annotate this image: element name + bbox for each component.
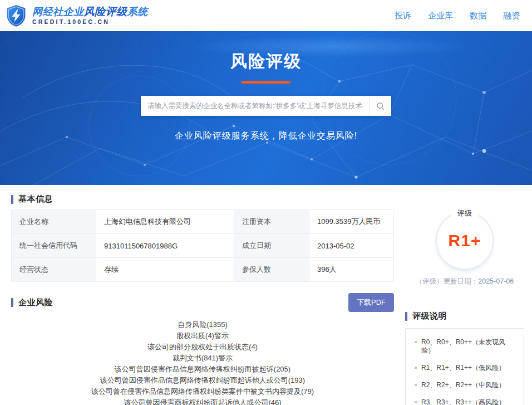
risk-list-item[interactable]: 该公司的部分股权处于出质状态(4) — [11, 341, 394, 353]
download-pdf-button[interactable]: 下载PDF — [348, 293, 394, 312]
rating-update-date: （评级）更新日期：2025-07-06 — [405, 277, 524, 286]
page-title: 风险评级 — [0, 31, 532, 73]
search-input[interactable] — [141, 96, 369, 116]
row-label-2: 成立日期 — [234, 234, 309, 257]
table-row: 统一社会信用代码 91310115067801988G 成立日期 2013-05… — [12, 234, 393, 258]
risk-list-item[interactable]: 该公司曾因侵害作品信息网络传播权纠纷而被起诉(205) — [11, 364, 394, 375]
logo-subtitle: CREDIT.100EC.CN — [32, 19, 148, 26]
enterprise-risk-section-head: 企业风险 下载PDF — [11, 293, 394, 312]
side-column: 评级 R1+ （评级）更新日期：2025-07-06 评级说明 R0、R0+、R… — [394, 194, 532, 405]
risk-list-item[interactable]: 该公司曾因侵害作品信息网络传播权纠纷而起诉他人或公司(193) — [11, 375, 394, 386]
basic-info-table: 企业名称 上海幻电信息科技有限公司 注册资本 1099.3539万人民币 统一社… — [11, 209, 394, 282]
legend-item-text: R1、R1+、R1++（低风险） — [421, 364, 505, 372]
risk-list: 自身风险(1355)股权出质(4)警示该公司的部分股权处于出质状态(4)裁判文书… — [11, 319, 394, 405]
logo-title: 网经社企业风险评级系统 — [32, 6, 148, 18]
logo-title-part2: 风险评级 — [84, 6, 127, 17]
hero-content: 风险评级 企业风险评级服务系统，降低企业交易风险! — [0, 31, 532, 142]
rating-legend-box: R0、R0+、R0++（未发现风险） R1、R1+、R1++（低风险） R2、R… — [405, 328, 524, 405]
risk-list-item[interactable]: 该公司曾在侵害作品信息网络传播权纠纷类案件中被文书内容提及(79) — [11, 386, 394, 397]
enterprise-risk-title: 企业风险 — [18, 297, 53, 308]
section-bar-icon — [11, 298, 13, 307]
row-label-1: 企业名称 — [12, 210, 96, 233]
section-bar-icon — [11, 195, 13, 204]
rating-legend-title: 评级说明 — [412, 311, 447, 321]
row-value-1: 91310115067801988G — [96, 234, 234, 257]
nav-link[interactable]: 融资 — [503, 11, 520, 21]
bullet-icon — [415, 341, 417, 343]
row-value-1: 上海幻电信息科技有限公司 — [96, 210, 234, 233]
legend-item: R3、R3+、R3++（高风险） — [413, 398, 517, 405]
hero-banner: 风险评级 企业风险评级服务系统，降低企业交易风险! — [0, 31, 532, 185]
risk-list-item[interactable]: 股权出质(4)警示 — [11, 330, 394, 341]
row-label-1: 统一社会信用代码 — [12, 234, 96, 257]
rating-value: R1+ — [449, 231, 481, 250]
site-logo[interactable]: 网经社企业风险评级系统 CREDIT.100EC.CN — [4, 3, 148, 28]
search-button[interactable] — [369, 96, 391, 116]
legend-item-text: R0、R0+、R0++（未发现风险） — [421, 338, 517, 355]
main-column: 基本信息 企业名称 上海幻电信息科技有限公司 注册资本 1099.3539万人民… — [11, 194, 394, 405]
title-underline — [242, 81, 290, 84]
row-value-2: 396人 — [309, 258, 393, 281]
table-row: 经营状态 存续 参保人数 396人 — [12, 258, 393, 282]
legend-item: R2、R2+、R2++（中风险） — [413, 381, 517, 389]
rating-circle: R1+ — [435, 211, 494, 270]
legend-item-text: R2、R2+、R2++（中风险） — [421, 381, 505, 389]
rating-date-value: 2025-07-06 — [478, 277, 514, 285]
row-value-2: 2013-05-02 — [309, 234, 393, 257]
row-label-2: 参保人数 — [234, 258, 309, 281]
bullet-icon — [415, 401, 417, 403]
hero-tagline: 企业风险评级服务系统，降低企业交易风险! — [0, 130, 532, 142]
row-label-2: 注册资本 — [234, 210, 309, 233]
rating-legend-section-head: 评级说明 — [405, 311, 524, 321]
bullet-icon — [415, 367, 417, 369]
rating-date-prefix: （评级）更新日期： — [416, 277, 479, 285]
legend-item: R1、R1+、R1++（低风险） — [413, 364, 517, 372]
legend-item-text: R3、R3+、R3++（高风险） — [421, 398, 505, 405]
row-label-1: 经营状态 — [12, 258, 96, 281]
nav-link[interactable]: 企业库 — [428, 11, 453, 21]
logo-title-part3: 系统 — [127, 6, 148, 17]
nav-link[interactable]: 投诉 — [395, 11, 411, 21]
nav-link[interactable]: 数据 — [470, 11, 486, 21]
enterprise-risk-head-left: 企业风险 — [11, 297, 53, 308]
legend-item: R0、R0+、R0++（未发现风险） — [413, 338, 517, 355]
logo-text: 网经社企业风险评级系统 CREDIT.100EC.CN — [32, 6, 148, 25]
risk-list-item[interactable]: 该公司曾因侵害商标权纠纷而起诉他人或公司(46) — [11, 397, 394, 405]
rating-label: 评级 — [451, 208, 479, 218]
basic-info-title: 基本信息 — [18, 194, 53, 204]
risk-list-item[interactable]: 裁判文书(841)警示 — [11, 353, 394, 364]
row-value-1: 存续 — [96, 258, 234, 281]
table-row: 企业名称 上海幻电信息科技有限公司 注册资本 1099.3539万人民币 — [12, 210, 393, 234]
top-navigation: 投诉企业库数据融资 — [395, 11, 520, 21]
search-bar — [141, 96, 391, 116]
rating-widget: 评级 R1+ （评级）更新日期：2025-07-06 — [405, 202, 524, 286]
content-area: 基本信息 企业名称 上海幻电信息科技有限公司 注册资本 1099.3539万人民… — [0, 185, 532, 405]
shield-lightning-icon — [4, 3, 28, 28]
logo-title-part1: 网经社企业 — [32, 6, 84, 17]
row-value-2: 1099.3539万人民币 — [309, 210, 393, 233]
bullet-icon — [415, 384, 417, 386]
basic-info-section-head: 基本信息 — [11, 194, 394, 204]
header: 网经社企业风险评级系统 CREDIT.100EC.CN 投诉企业库数据融资 — [0, 0, 532, 31]
section-bar-icon — [405, 312, 407, 321]
risk-list-item[interactable]: 自身风险(1355) — [11, 319, 394, 330]
search-icon — [376, 102, 385, 110]
